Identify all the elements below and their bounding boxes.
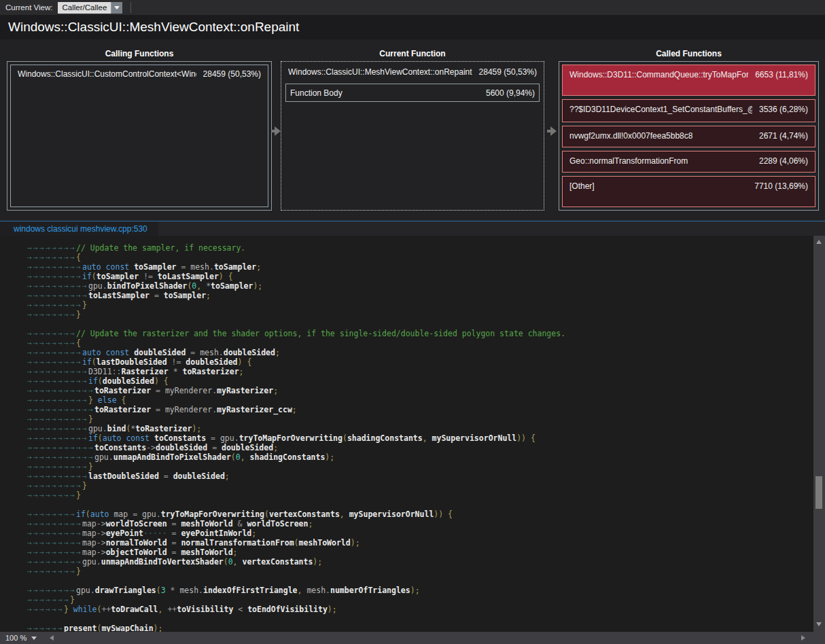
code-line: →→→→→→→→→} (27, 481, 813, 490)
code-line: →→→→→→→→} (27, 310, 813, 319)
code-line: →→→→→→} while(++toDrawCall, ++toVisibili… (27, 605, 813, 614)
code-line (27, 500, 813, 509)
code-line: →→→→→→→→→→if(doubleSided) { (27, 376, 813, 386)
code-line: →→→→→→→→→→→toRasterizer = myRenderer.myR… (27, 386, 813, 395)
vertical-scrollbar[interactable] (813, 236, 825, 632)
code-line: →→→→→→→→→→→toRasterizer = myRenderer.myR… (27, 405, 813, 414)
calling-function-box[interactable]: Windows::ClassicUI::CustomControlContext… (10, 65, 268, 207)
code-line: →→→→→→→→{ (27, 338, 813, 348)
source-file-tab[interactable]: windows classicui meshview.cpp:530 (0, 221, 158, 236)
code-line: →→→→→→→→→→if(auto const toConstants = gp… (27, 433, 813, 443)
code-line: →→→→→→→} (27, 595, 813, 605)
calling-functions-column: Calling Functions Windows::ClassicUI::Cu… (7, 49, 272, 211)
code-line: →→→→→→→→→if(lastDoubleSided != doubleSid… (27, 357, 813, 367)
current-function-row[interactable]: Windows::ClassicUI::MeshViewContext::onR… (284, 65, 541, 77)
function-body-label: Function Body (290, 88, 343, 98)
code-line: →→→→→→→→→map->eyePoint····· = eyePointIn… (27, 529, 813, 538)
sample-count: 28459 (50,53%) (203, 69, 261, 79)
current-view-label: Current View: (5, 3, 52, 12)
called-function-box[interactable]: Geo::normalTransformationFrom2289 (4,06%… (562, 151, 815, 173)
butterfly-view: Calling Functions Windows::ClassicUI::Cu… (0, 39, 825, 221)
calling-functions-panel: Windows::ClassicUI::CustomControlContext… (7, 61, 272, 211)
current-view-dropdown[interactable]: Caller/Callee (58, 2, 122, 14)
sample-count: 2671 (4,74%) (759, 131, 808, 141)
scroll-up-icon[interactable] (816, 240, 822, 244)
toolbar-separator (130, 2, 131, 13)
code-line: →→→→→→→→} (27, 490, 813, 500)
scroll-left-icon[interactable] (50, 635, 54, 641)
code-line: →→→→→→→→→map->normalToWorld = normalTran… (27, 538, 813, 548)
scroll-down-icon[interactable] (816, 622, 822, 626)
code-line: →→→→→→→→→→gpu.bindToPixelShader(0, *toSa… (27, 281, 813, 291)
zoom-dropdown-icon[interactable] (31, 637, 37, 640)
code-line: →→→→→→→→→auto const toSampler = mesh.toS… (27, 262, 813, 272)
current-function-value: 28459 (50,53%) (479, 67, 537, 77)
code-line: →→→→→→→→→gpu.unmapAndBindToVertexShader(… (27, 557, 813, 567)
title-bar: Windows::ClassicUI::MeshViewContext::onR… (0, 15, 825, 39)
code-line: →→→→→→→→→→→gpu.unmapAndBindToPixelShader… (27, 452, 813, 462)
code-line: →→→→→→→→→→} (27, 462, 813, 471)
function-name: Windows::ClassicUI::CustomControlContext… (18, 69, 196, 79)
function-body-value: 5600 (9,94%) (486, 88, 535, 98)
zoom-level[interactable]: 100 % (5, 634, 27, 642)
called-functions-column: Called Functions Windows::D3D11::Command… (559, 49, 819, 211)
function-name: nvwgf2umx.dll!0x0007feea5bb8c8 (569, 131, 692, 141)
code-line: →→→→→→→→→map->worldToScreen = meshToWorl… (27, 519, 813, 529)
function-name: Geo::normalTransformationFrom (569, 156, 688, 166)
code-line: →→→→→→→→→→gpu.bind(*toRasterizer); (27, 424, 813, 433)
source-code-view[interactable]: →→→→→→→→// Update the sampler, if necess… (0, 236, 813, 632)
code-line: →→→→→→→→gpu.drawTriangles(3 * mesh.index… (27, 586, 813, 595)
code-line: →→→→→→→→→→} (27, 414, 813, 424)
sample-count: 7710 (13,69%) (754, 181, 808, 191)
code-line: →→→→→→→→→auto const doubleSided = mesh.d… (27, 348, 813, 357)
sample-count: 3536 (6,28%) (759, 105, 808, 114)
current-function-header: Current Function (281, 49, 544, 60)
code-line: →→→→→→present(mySwapChain); (27, 624, 813, 632)
function-name: Windows::D3D11::CommandQueue::tryToMapFo… (569, 70, 748, 79)
profiler-window: Current View: Caller/Callee Windows::Cla… (0, 0, 825, 644)
code-line: →→→→→→→→// Update the rasterizer and the… (27, 329, 813, 338)
called-function-box[interactable]: nvwgf2umx.dll!0x0007feea5bb8c82671 (4,74… (562, 126, 815, 147)
code-line: →→→→→→→→→→D3D11::Rasterizer * toRasteriz… (27, 367, 813, 376)
source-tab-bar: windows classicui meshview.cpp:530 (0, 221, 825, 236)
view-toolbar: Current View: Caller/Callee (0, 0, 825, 15)
current-function-panel: Windows::ClassicUI::MeshViewContext::onR… (281, 61, 544, 211)
function-body-box[interactable]: Function Body 5600 (9,94%) (285, 84, 540, 102)
calling-functions-header: Calling Functions (7, 49, 272, 60)
called-function-box[interactable]: [Other]7710 (13,69%) (562, 176, 815, 207)
current-view-value: Caller/Callee (58, 3, 111, 12)
flow-arrow-icon (547, 126, 557, 136)
sample-count: 6653 (11,81%) (755, 70, 808, 79)
chevron-down-icon[interactable] (111, 2, 122, 14)
code-line: →→→→→→→→→if(toSampler != toLastSampler) … (27, 272, 813, 281)
function-name: [Other] (569, 181, 595, 191)
code-line (27, 576, 813, 586)
current-function-name: Windows::ClassicUI::MeshViewContext::onR… (288, 67, 472, 77)
code-line: →→→→→→→→{ (27, 253, 813, 262)
code-line (27, 614, 813, 624)
called-functions-header: Called Functions (559, 49, 819, 60)
code-line: →→→→→→→→// Update the sampler, if necess… (27, 243, 813, 253)
called-function-box[interactable]: ??$ID3D11DeviceContext1_SetConstantBuffe… (562, 99, 815, 122)
code-line: →→→→→→→→→map->objectToWorld = meshToWorl… (27, 548, 813, 557)
current-function-column: Current Function Windows::ClassicUI::Mes… (281, 49, 544, 211)
code-line: →→→→→→→→→→toLastSampler = toSampler; (27, 291, 813, 300)
code-line: →→→→→→→→} (27, 567, 813, 576)
scroll-right-icon[interactable] (801, 635, 805, 641)
sample-count: 2289 (4,06%) (759, 156, 808, 166)
flow-arrow-icon (271, 126, 281, 136)
code-line: →→→→→→→→→→→toConstants->doubleSided = do… (27, 443, 813, 452)
editor-status-bar: 100 % (0, 632, 813, 644)
page-title: Windows::ClassicUI::MeshViewContext::onR… (8, 20, 299, 35)
vertical-scrollbar-thumb[interactable] (815, 476, 822, 509)
called-functions-panel: Windows::D3D11::CommandQueue::tryToMapFo… (559, 61, 819, 211)
code-line: →→→→→→→→→} (27, 300, 813, 310)
scrollbar-corner (813, 632, 825, 644)
code-line: →→→→→→→→→→lastDoubleSided = doubleSided; (27, 471, 813, 481)
function-name: ??$ID3D11DeviceContext1_SetConstantBuffe… (569, 105, 752, 114)
code-line (27, 319, 813, 329)
code-line: →→→→→→→→→→} else { (27, 395, 813, 405)
code-line: →→→→→→→→if(auto map = gpu.tryToMapForOve… (27, 509, 813, 519)
called-function-box[interactable]: Windows::D3D11::CommandQueue::tryToMapFo… (562, 65, 815, 96)
